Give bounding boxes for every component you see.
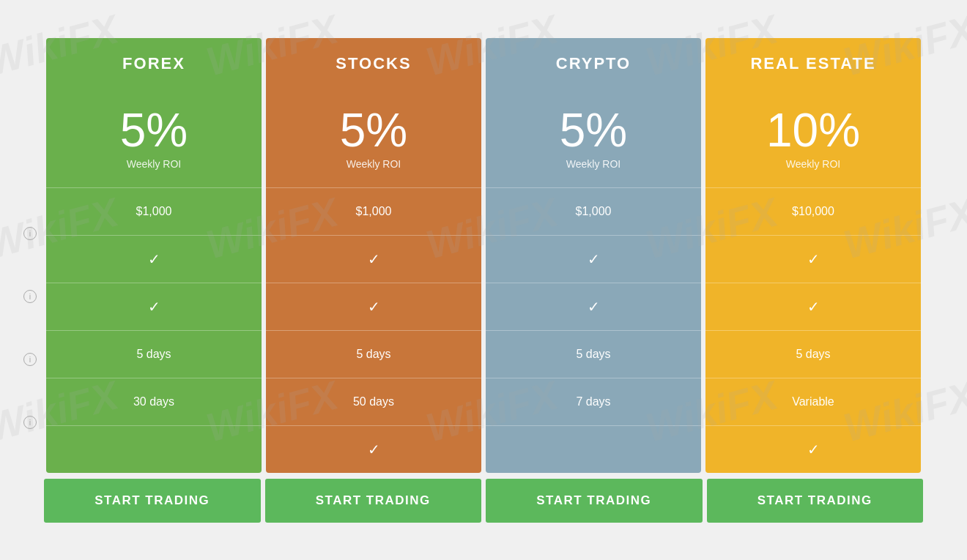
forex-check3-empty <box>46 425 262 473</box>
stocks-roi-label: Weekly ROI <box>273 158 474 170</box>
crypto-check3-empty <box>486 425 701 473</box>
cards-container: FOREX 5% Weekly ROI $1,000 ✓ ✓ 5 days 30… <box>44 38 923 473</box>
stocks-days2: 50 days <box>266 378 481 425</box>
forex-check1: ✓ <box>46 235 262 283</box>
realestate-checkmark2: ✓ <box>807 298 820 316</box>
crypto-roi-label: Weekly ROI <box>493 158 694 170</box>
crypto-min-investment: $1,000 <box>486 187 701 235</box>
forex-check2: ✓ <box>46 283 262 330</box>
forex-card-header: FOREX <box>46 38 262 89</box>
forex-checkmark1: ✓ <box>148 250 160 268</box>
stocks-checkmark1: ✓ <box>368 250 380 268</box>
realestate-card-header: REAL ESTATE <box>705 38 921 89</box>
crypto-roi-percent: 5% <box>493 107 694 154</box>
side-icon-2: i <box>23 290 37 303</box>
stocks-days1: 5 days <box>266 330 481 378</box>
stocks-check3: ✓ <box>266 425 481 473</box>
crypto-card: CRYPTO 5% Weekly ROI $1,000 ✓ ✓ 5 days 7… <box>486 38 701 473</box>
realestate-check2: ✓ <box>705 283 921 330</box>
forex-days2: 30 days <box>46 378 262 425</box>
forex-roi-label: Weekly ROI <box>53 158 254 170</box>
realestate-title: REAL ESTATE <box>750 54 875 72</box>
crypto-checkmark1: ✓ <box>588 250 600 268</box>
crypto-roi: 5% Weekly ROI <box>486 89 701 187</box>
crypto-check1: ✓ <box>486 235 701 283</box>
stocks-start-trading-button[interactable]: START TRADING <box>265 479 482 523</box>
stocks-checkmark3: ✓ <box>368 441 380 458</box>
forex-title: FOREX <box>122 54 185 72</box>
side-icon-1: i <box>23 227 37 240</box>
stocks-min-investment: $1,000 <box>266 187 481 235</box>
stocks-check1: ✓ <box>266 235 481 283</box>
stocks-roi: 5% Weekly ROI <box>266 89 481 187</box>
realestate-roi: 10% Weekly ROI <box>705 89 921 187</box>
crypto-days2: 7 days <box>486 378 701 425</box>
pricing-wrapper: FOREX 5% Weekly ROI $1,000 ✓ ✓ 5 days 30… <box>44 38 923 523</box>
realestate-days1: 5 days <box>705 330 921 378</box>
realestate-start-trading-button[interactable]: START TRADING <box>707 479 924 523</box>
stocks-card-header: STOCKS <box>266 38 481 89</box>
crypto-card-header: CRYPTO <box>486 38 701 89</box>
forex-card: FOREX 5% Weekly ROI $1,000 ✓ ✓ 5 days 30… <box>46 38 262 473</box>
stocks-card: STOCKS 5% Weekly ROI $1,000 ✓ ✓ 5 days 5… <box>266 38 481 473</box>
forex-min-investment: $1,000 <box>46 187 262 235</box>
crypto-start-trading-button[interactable]: START TRADING <box>486 479 703 523</box>
realestate-roi-percent: 10% <box>713 107 914 154</box>
realestate-card: REAL ESTATE 10% Weekly ROI $10,000 ✓ ✓ 5… <box>705 38 921 473</box>
main-container: FOREX 5% Weekly ROI $1,000 ✓ ✓ 5 days 30… <box>0 0 967 560</box>
realestate-min-investment: $10,000 <box>705 187 921 235</box>
buttons-container: START TRADING START TRADING START TRADIN… <box>44 479 923 523</box>
forex-roi-percent: 5% <box>53 107 254 154</box>
forex-start-trading-button[interactable]: START TRADING <box>44 479 261 523</box>
side-icons: i i i i <box>23 227 37 429</box>
crypto-checkmark2: ✓ <box>588 298 600 316</box>
realestate-check1: ✓ <box>705 235 921 283</box>
stocks-checkmark2: ✓ <box>368 298 380 316</box>
realestate-checkmark1: ✓ <box>807 250 820 268</box>
stocks-title: STOCKS <box>336 54 411 72</box>
stocks-check2: ✓ <box>266 283 481 330</box>
forex-checkmark2: ✓ <box>148 298 160 316</box>
crypto-title: CRYPTO <box>556 54 631 72</box>
stocks-roi-percent: 5% <box>273 107 474 154</box>
forex-days1: 5 days <box>46 330 262 378</box>
realestate-check3: ✓ <box>705 425 921 473</box>
side-icon-4: i <box>23 416 37 429</box>
realestate-days2: Variable <box>705 378 921 425</box>
crypto-check2: ✓ <box>486 283 701 330</box>
realestate-checkmark3: ✓ <box>807 441 820 458</box>
forex-roi: 5% Weekly ROI <box>46 89 262 187</box>
side-icon-3: i <box>23 353 37 366</box>
crypto-days1: 5 days <box>486 330 701 378</box>
realestate-roi-label: Weekly ROI <box>713 158 914 170</box>
